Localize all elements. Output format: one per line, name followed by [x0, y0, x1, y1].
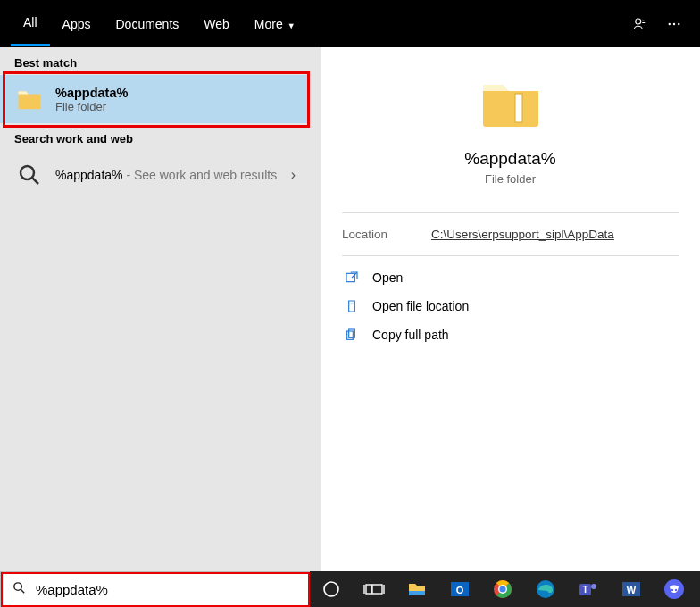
web-result-term: %appdata%: [55, 168, 123, 182]
search-window: All Apps Documents Web More▼ Best match …: [0, 0, 700, 573]
tab-web[interactable]: Web: [191, 3, 242, 46]
outlook-icon[interactable]: O: [438, 571, 481, 607]
tab-documents[interactable]: Documents: [103, 3, 191, 46]
svg-rect-7: [349, 329, 355, 337]
best-match-header: Best match: [0, 47, 310, 75]
svg-rect-5: [515, 94, 522, 122]
chrome-icon[interactable]: [481, 571, 524, 607]
teams-icon[interactable]: T: [567, 571, 610, 607]
svg-point-28: [671, 589, 673, 591]
filter-tabs: All Apps Documents Web More▼: [0, 0, 700, 47]
action-copy-path[interactable]: Copy full path: [329, 320, 691, 349]
action-open-label: Open: [372, 270, 403, 285]
search-icon: [14, 160, 45, 190]
search-web-header: Search work and web: [0, 123, 310, 151]
action-open-location[interactable]: Open file location: [329, 292, 691, 320]
preview-pane: %appdata% File folder Location C:\Users\…: [321, 47, 700, 573]
edge-icon[interactable]: [524, 571, 567, 607]
svg-point-9: [14, 583, 21, 591]
svg-rect-6: [346, 273, 354, 281]
search-input[interactable]: %appdata%: [0, 571, 310, 607]
chevron-right-icon: ›: [291, 167, 296, 183]
best-match-result[interactable]: %appdata% File folder: [0, 75, 310, 123]
svg-point-1: [669, 22, 671, 24]
web-search-result[interactable]: %appdata% - See work and web results ›: [0, 151, 310, 199]
tab-apps[interactable]: Apps: [50, 3, 104, 46]
svg-point-24: [591, 584, 596, 589]
tab-all[interactable]: All: [11, 1, 50, 46]
svg-text:O: O: [456, 585, 464, 595]
open-icon: [342, 270, 362, 285]
svg-text:T: T: [582, 585, 588, 595]
tab-more-label: More: [254, 17, 283, 31]
svg-rect-12: [372, 585, 382, 594]
tab-more[interactable]: More▼: [242, 3, 308, 46]
svg-rect-11: [366, 585, 371, 594]
search-value: %appdata%: [36, 582, 298, 597]
svg-point-29: [675, 589, 677, 591]
ellipsis-icon[interactable]: [659, 9, 689, 39]
svg-point-0: [636, 19, 641, 24]
taskbar: %appdata% O T W: [0, 571, 700, 607]
preview-subtitle: File folder: [321, 172, 700, 186]
results-list: Best match %appdata% File folder Search …: [0, 47, 310, 573]
folder-icon: [14, 84, 45, 114]
preview-title: %appdata%: [321, 149, 700, 169]
web-result-suffix: - See work and web results: [123, 168, 278, 182]
search-icon: [12, 580, 27, 598]
svg-point-2: [673, 22, 675, 24]
discord-icon[interactable]: [653, 571, 696, 607]
best-match-subtitle: File folder: [55, 100, 296, 113]
location-label: Location: [342, 228, 431, 241]
action-open-location-label: Open file location: [372, 299, 469, 313]
folder-icon: [479, 76, 542, 129]
svg-point-4: [21, 166, 34, 179]
svg-point-3: [678, 22, 679, 24]
action-open[interactable]: Open: [329, 263, 691, 292]
svg-text:W: W: [627, 585, 637, 595]
svg-point-10: [324, 582, 338, 596]
location-value[interactable]: C:\Users\erpsupport_sipl\AppData: [431, 228, 614, 241]
file-explorer-icon[interactable]: [396, 571, 438, 607]
cortana-icon[interactable]: [310, 571, 353, 607]
action-copy-path-label: Copy full path: [372, 328, 449, 342]
svg-rect-13: [409, 591, 425, 595]
copy-icon: [342, 328, 362, 342]
task-view-icon[interactable]: [353, 571, 396, 607]
svg-point-20: [499, 586, 505, 592]
feedback-icon[interactable]: [625, 9, 655, 39]
word-icon[interactable]: W: [610, 571, 653, 607]
best-match-title: %appdata%: [55, 86, 296, 100]
folder-location-icon: [342, 299, 362, 313]
svg-rect-8: [347, 331, 354, 339]
caret-down-icon: ▼: [288, 21, 296, 30]
